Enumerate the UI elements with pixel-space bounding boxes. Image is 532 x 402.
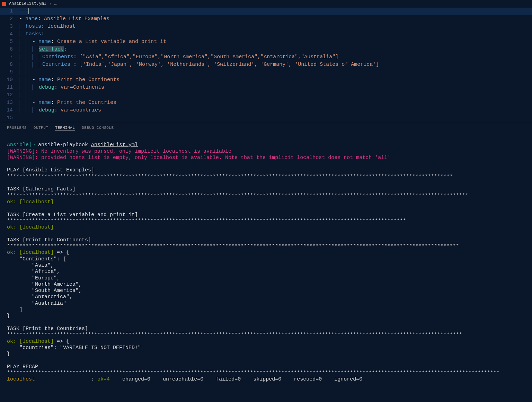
terminal-warning: [WARNING]: provided hosts list is empty,… <box>7 155 390 161</box>
line-number: 2 <box>0 15 19 23</box>
tab-output[interactable]: OUTPUT <box>34 126 48 131</box>
breadcrumb-more[interactable]: › … <box>49 1 57 6</box>
line-number: 6 <box>0 46 19 53</box>
code-line[interactable]: debug: var=countries <box>19 107 101 114</box>
line-number: 15 <box>0 114 19 122</box>
code-line[interactable]: tasks: <box>19 30 44 38</box>
code-line[interactable]: debug: var=Continents <box>19 84 104 91</box>
editor-tab-bar: AnsibleList.yml › … <box>0 0 532 8</box>
active-tab-filename[interactable]: AnsibleList.yml <box>9 1 46 6</box>
code-line[interactable] <box>19 69 32 76</box>
tab-problems[interactable]: PROBLEMS <box>7 126 27 131</box>
code-line[interactable]: - name: Print the Continents <box>19 76 119 84</box>
line-number: 5 <box>0 38 19 46</box>
tab-terminal[interactable]: TERMINAL <box>55 126 75 131</box>
line-number: 12 <box>0 91 19 99</box>
code-line[interactable]: - name: Print the Countries <box>19 99 116 107</box>
line-number: 3 <box>0 23 19 30</box>
panel-tab-bar: PROBLEMS OUTPUT TERMINAL DEBUG CONSOLE <box>0 122 532 134</box>
code-line[interactable]: hosts: localhost <box>19 23 76 30</box>
yaml-file-icon <box>2 2 6 6</box>
line-number: 13 <box>0 99 19 107</box>
code-line[interactable]: Continents: ["Asia","Africa","Europe","N… <box>19 53 338 61</box>
tab-debug-console[interactable]: DEBUG CONSOLE <box>82 126 114 131</box>
terminal-output[interactable]: Ansible|⇒ ansible-playbook AnsibleList.y… <box>0 134 532 385</box>
line-number: 14 <box>0 107 19 114</box>
line-number: 1 <box>0 8 19 15</box>
line-number: 11 <box>0 84 19 91</box>
code-line[interactable]: Countries : ['India','Japan', 'Norway', … <box>19 61 379 69</box>
code-line[interactable]: set_fact: <box>19 46 67 53</box>
terminal-warning: [WARNING]: No inventory was parsed, only… <box>7 149 231 154</box>
line-number: 8 <box>0 61 19 69</box>
text-cursor <box>28 8 29 14</box>
line-number: 4 <box>0 30 19 38</box>
code-line[interactable] <box>19 91 32 99</box>
line-number: 9 <box>0 69 19 76</box>
code-line[interactable]: - name: Create a List variable and print… <box>19 38 166 46</box>
line-number: 7 <box>0 53 19 61</box>
line-number: 10 <box>0 76 19 84</box>
code-editor[interactable]: 1--- 2- name: Ansible List Examples 3 ho… <box>0 8 532 122</box>
code-line[interactable]: - name: Ansible List Examples <box>19 15 109 23</box>
code-line[interactable]: --- <box>19 8 29 15</box>
